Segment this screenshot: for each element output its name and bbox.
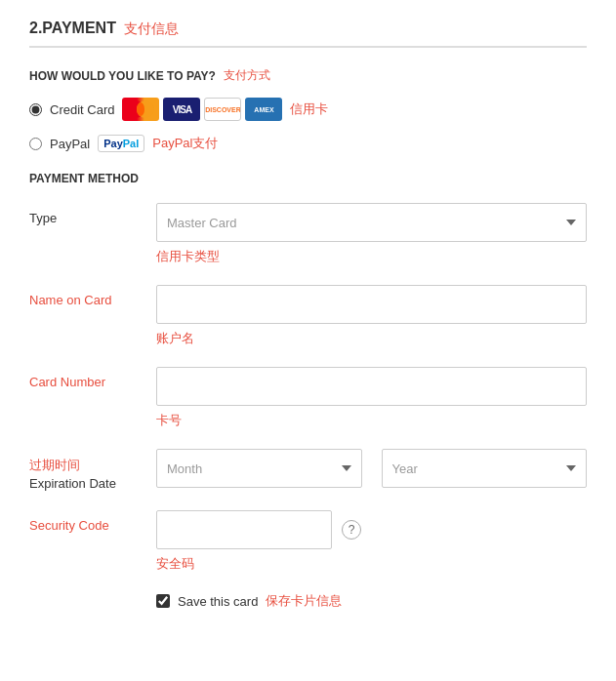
card-number-label: Card Number	[29, 367, 156, 389]
paypal-option[interactable]: PayPal PayPal PayPal支付	[29, 135, 587, 152]
credit-card-option[interactable]: Credit Card VISA DISCOVER AMEX 信用卡	[29, 98, 587, 121]
year-select-wrap: Year 2024 2025 2026 2027 2028 2029 2030	[382, 449, 588, 488]
save-card-zh: 保存卡片信息	[266, 592, 342, 610]
credit-card-label[interactable]: Credit Card	[50, 102, 114, 117]
security-code-control: ? 安全码	[156, 510, 587, 573]
expiration-zh: 过期时间	[29, 457, 156, 474]
paypal-badge: PayPal	[98, 135, 144, 152]
help-icon[interactable]: ?	[342, 520, 361, 540]
save-card-label[interactable]: Save this card	[178, 594, 258, 609]
svg-point-2	[137, 102, 144, 116]
payment-method-section: PAYMENT METHOD Type Master Card Visa Ame…	[29, 172, 587, 610]
name-on-card-row: Name on Card 账户名	[29, 285, 587, 347]
date-row: Month January February March April May J…	[156, 449, 587, 488]
card-number-row: Card Number 卡号	[29, 367, 587, 429]
type-select[interactable]: Master Card Visa American Express Discov…	[156, 203, 587, 242]
security-code-label: Security Code	[29, 510, 156, 533]
expiration-date-control: Month January February March April May J…	[156, 449, 587, 488]
page-step: 2.PAYMENT	[29, 20, 116, 37]
type-label: Type	[29, 203, 156, 225]
card-number-zh: 卡号	[156, 412, 587, 429]
payment-method-header: PAYMENT METHOD	[29, 172, 587, 185]
name-on-card-control: 账户名	[156, 285, 587, 347]
expiration-date-label: 过期时间 Expiration Date	[29, 449, 156, 491]
name-on-card-zh: 账户名	[156, 330, 587, 347]
name-on-card-label: Name on Card	[29, 285, 156, 307]
type-control: Master Card Visa American Express Discov…	[156, 203, 587, 265]
save-card-checkbox[interactable]	[156, 594, 170, 608]
type-row: Type Master Card Visa American Express D…	[29, 203, 587, 265]
security-input-wrap	[156, 510, 332, 549]
discover-icon: DISCOVER	[204, 98, 241, 121]
visa-icon: VISA	[163, 98, 200, 121]
paypal-label[interactable]: PayPal	[50, 137, 90, 151]
mastercard-icon	[122, 98, 159, 121]
card-number-input[interactable]	[156, 367, 587, 406]
security-code-row: Security Code ? 安全码	[29, 510, 587, 573]
security-code-zh: 安全码	[156, 555, 587, 573]
how-to-pay-label: HOW WOULD YOU LIKE TO PAY? 支付方式	[29, 67, 587, 84]
security-code-input[interactable]	[156, 510, 332, 549]
paypal-radio[interactable]	[29, 138, 42, 150]
amex-icon: AMEX	[245, 98, 282, 121]
paypal-zh: PayPal支付	[152, 135, 218, 152]
year-select[interactable]: Year 2024 2025 2026 2027 2028 2029 2030	[382, 449, 588, 488]
save-card-row[interactable]: Save this card 保存卡片信息	[156, 592, 587, 610]
card-number-control: 卡号	[156, 367, 587, 429]
month-select[interactable]: Month January February March April May J…	[156, 449, 362, 488]
credit-card-zh: 信用卡	[290, 100, 328, 118]
page-subtitle: 支付信息	[124, 20, 179, 38]
month-select-wrap: Month January February March April May J…	[156, 449, 362, 488]
card-icons: VISA DISCOVER AMEX	[122, 98, 282, 121]
security-row: ?	[156, 510, 587, 549]
type-select-wrap: Master Card Visa American Express Discov…	[156, 203, 587, 242]
name-on-card-input[interactable]	[156, 285, 587, 324]
page-header: 2.PAYMENT 支付信息	[29, 20, 587, 48]
expiration-date-row: 过期时间 Expiration Date Month January Febru…	[29, 449, 587, 491]
credit-card-radio[interactable]	[29, 103, 42, 116]
type-zh: 信用卡类型	[156, 248, 587, 265]
payment-options-section: HOW WOULD YOU LIKE TO PAY? 支付方式 Credit C…	[29, 67, 587, 152]
